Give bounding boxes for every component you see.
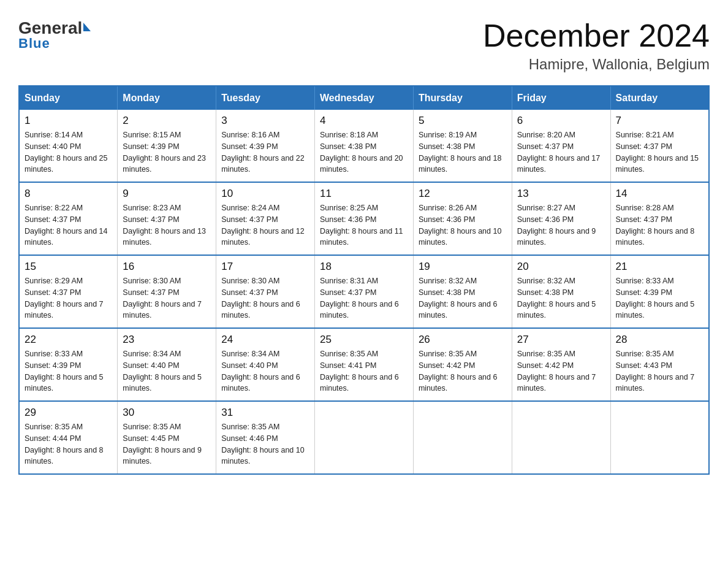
table-row: [315, 401, 414, 474]
day-info: Sunrise: 8:35 AMSunset: 4:43 PMDaylight:…: [616, 348, 703, 394]
day-number: 8: [25, 188, 112, 200]
table-row: 30 Sunrise: 8:35 AMSunset: 4:45 PMDaylig…: [118, 401, 216, 474]
day-number: 17: [221, 261, 309, 273]
day-info: Sunrise: 8:33 AMSunset: 4:39 PMDaylight:…: [616, 275, 703, 321]
day-info: Sunrise: 8:30 AMSunset: 4:37 PMDaylight:…: [221, 275, 309, 321]
day-info: Sunrise: 8:18 AMSunset: 4:38 PMDaylight:…: [320, 129, 408, 175]
day-number: 22: [25, 334, 112, 346]
calendar-week-row: 15 Sunrise: 8:29 AMSunset: 4:37 PMDaylig…: [19, 255, 709, 328]
location-title: Hamipre, Wallonia, Belgium: [483, 56, 710, 73]
table-row: 14 Sunrise: 8:28 AMSunset: 4:37 PMDaylig…: [610, 182, 709, 255]
day-number: 26: [419, 334, 507, 346]
day-number: 5: [419, 115, 507, 127]
day-number: 10: [221, 188, 309, 200]
col-tuesday: Tuesday: [216, 86, 315, 110]
table-row: 29 Sunrise: 8:35 AMSunset: 4:44 PMDaylig…: [19, 401, 118, 474]
day-info: Sunrise: 8:22 AMSunset: 4:37 PMDaylight:…: [25, 202, 112, 248]
day-info: Sunrise: 8:26 AMSunset: 4:36 PMDaylight:…: [419, 202, 507, 248]
day-number: 7: [616, 115, 703, 127]
day-info: Sunrise: 8:20 AMSunset: 4:37 PMDaylight:…: [517, 129, 605, 175]
month-title: December 2024: [483, 18, 710, 53]
day-number: 4: [320, 115, 408, 127]
calendar-week-row: 29 Sunrise: 8:35 AMSunset: 4:44 PMDaylig…: [19, 401, 709, 474]
logo-triangle-icon: [83, 23, 91, 31]
page-header: General Blue December 2024 Hamipre, Wall…: [18, 18, 710, 73]
day-number: 6: [517, 115, 605, 127]
table-row: 24 Sunrise: 8:34 AMSunset: 4:40 PMDaylig…: [216, 328, 315, 401]
calendar-week-row: 8 Sunrise: 8:22 AMSunset: 4:37 PMDayligh…: [19, 182, 709, 255]
day-info: Sunrise: 8:35 AMSunset: 4:44 PMDaylight:…: [25, 421, 112, 467]
col-sunday: Sunday: [19, 86, 118, 110]
day-info: Sunrise: 8:35 AMSunset: 4:41 PMDaylight:…: [320, 348, 408, 394]
day-number: 13: [517, 188, 605, 200]
calendar-header-row: Sunday Monday Tuesday Wednesday Thursday…: [19, 86, 709, 110]
day-number: 12: [419, 188, 507, 200]
table-row: 18 Sunrise: 8:31 AMSunset: 4:37 PMDaylig…: [315, 255, 414, 328]
day-info: Sunrise: 8:33 AMSunset: 4:39 PMDaylight:…: [25, 348, 112, 394]
day-number: 23: [123, 334, 211, 346]
day-info: Sunrise: 8:34 AMSunset: 4:40 PMDaylight:…: [123, 348, 211, 394]
col-friday: Friday: [512, 86, 610, 110]
calendar-week-row: 1 Sunrise: 8:14 AMSunset: 4:40 PMDayligh…: [19, 110, 709, 182]
day-info: Sunrise: 8:23 AMSunset: 4:37 PMDaylight:…: [123, 202, 211, 248]
title-block: December 2024 Hamipre, Wallonia, Belgium: [483, 18, 710, 73]
day-number: 11: [320, 188, 408, 200]
day-number: 16: [123, 261, 211, 273]
table-row: 26 Sunrise: 8:35 AMSunset: 4:42 PMDaylig…: [413, 328, 512, 401]
day-info: Sunrise: 8:34 AMSunset: 4:40 PMDaylight:…: [221, 348, 309, 394]
logo: General Blue: [18, 18, 91, 52]
day-info: Sunrise: 8:24 AMSunset: 4:37 PMDaylight:…: [221, 202, 309, 248]
day-info: Sunrise: 8:35 AMSunset: 4:46 PMDaylight:…: [221, 421, 309, 467]
calendar-week-row: 22 Sunrise: 8:33 AMSunset: 4:39 PMDaylig…: [19, 328, 709, 401]
table-row: [413, 401, 512, 474]
day-number: 3: [221, 115, 309, 127]
logo-blue-text: Blue: [18, 36, 50, 52]
day-info: Sunrise: 8:21 AMSunset: 4:37 PMDaylight:…: [616, 129, 703, 175]
table-row: 19 Sunrise: 8:32 AMSunset: 4:38 PMDaylig…: [413, 255, 512, 328]
day-number: 31: [221, 407, 309, 419]
day-number: 1: [25, 115, 112, 127]
table-row: 2 Sunrise: 8:15 AMSunset: 4:39 PMDayligh…: [118, 110, 216, 182]
table-row: 11 Sunrise: 8:25 AMSunset: 4:36 PMDaylig…: [315, 182, 414, 255]
table-row: [512, 401, 610, 474]
col-thursday: Thursday: [413, 86, 512, 110]
day-info: Sunrise: 8:19 AMSunset: 4:38 PMDaylight:…: [419, 129, 507, 175]
day-info: Sunrise: 8:30 AMSunset: 4:37 PMDaylight:…: [123, 275, 211, 321]
table-row: 7 Sunrise: 8:21 AMSunset: 4:37 PMDayligh…: [610, 110, 709, 182]
table-row: [610, 401, 709, 474]
table-row: 12 Sunrise: 8:26 AMSunset: 4:36 PMDaylig…: [413, 182, 512, 255]
day-info: Sunrise: 8:16 AMSunset: 4:39 PMDaylight:…: [221, 129, 309, 175]
day-number: 2: [123, 115, 211, 127]
table-row: 22 Sunrise: 8:33 AMSunset: 4:39 PMDaylig…: [19, 328, 118, 401]
day-number: 15: [25, 261, 112, 273]
day-info: Sunrise: 8:31 AMSunset: 4:37 PMDaylight:…: [320, 275, 408, 321]
col-monday: Monday: [118, 86, 216, 110]
table-row: 25 Sunrise: 8:35 AMSunset: 4:41 PMDaylig…: [315, 328, 414, 401]
table-row: 5 Sunrise: 8:19 AMSunset: 4:38 PMDayligh…: [413, 110, 512, 182]
day-number: 30: [123, 407, 211, 419]
table-row: 20 Sunrise: 8:32 AMSunset: 4:38 PMDaylig…: [512, 255, 610, 328]
table-row: 17 Sunrise: 8:30 AMSunset: 4:37 PMDaylig…: [216, 255, 315, 328]
table-row: 31 Sunrise: 8:35 AMSunset: 4:46 PMDaylig…: [216, 401, 315, 474]
calendar-table: Sunday Monday Tuesday Wednesday Thursday…: [18, 85, 710, 475]
table-row: 10 Sunrise: 8:24 AMSunset: 4:37 PMDaylig…: [216, 182, 315, 255]
day-info: Sunrise: 8:25 AMSunset: 4:36 PMDaylight:…: [320, 202, 408, 248]
day-number: 9: [123, 188, 211, 200]
day-info: Sunrise: 8:32 AMSunset: 4:38 PMDaylight:…: [419, 275, 507, 321]
table-row: 6 Sunrise: 8:20 AMSunset: 4:37 PMDayligh…: [512, 110, 610, 182]
day-number: 21: [616, 261, 703, 273]
day-info: Sunrise: 8:35 AMSunset: 4:42 PMDaylight:…: [517, 348, 605, 394]
day-info: Sunrise: 8:14 AMSunset: 4:40 PMDaylight:…: [25, 129, 112, 175]
table-row: 21 Sunrise: 8:33 AMSunset: 4:39 PMDaylig…: [610, 255, 709, 328]
day-number: 19: [419, 261, 507, 273]
day-number: 27: [517, 334, 605, 346]
day-info: Sunrise: 8:29 AMSunset: 4:37 PMDaylight:…: [25, 275, 112, 321]
day-info: Sunrise: 8:32 AMSunset: 4:38 PMDaylight:…: [517, 275, 605, 321]
table-row: 3 Sunrise: 8:16 AMSunset: 4:39 PMDayligh…: [216, 110, 315, 182]
table-row: 28 Sunrise: 8:35 AMSunset: 4:43 PMDaylig…: [610, 328, 709, 401]
day-info: Sunrise: 8:35 AMSunset: 4:42 PMDaylight:…: [419, 348, 507, 394]
table-row: 15 Sunrise: 8:29 AMSunset: 4:37 PMDaylig…: [19, 255, 118, 328]
table-row: 23 Sunrise: 8:34 AMSunset: 4:40 PMDaylig…: [118, 328, 216, 401]
table-row: 16 Sunrise: 8:30 AMSunset: 4:37 PMDaylig…: [118, 255, 216, 328]
day-number: 29: [25, 407, 112, 419]
